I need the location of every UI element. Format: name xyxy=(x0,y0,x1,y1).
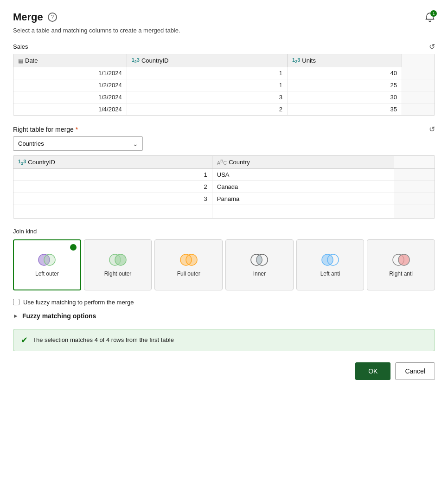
sales-section-label: Sales ↺ xyxy=(13,42,435,51)
table-row-empty xyxy=(13,205,435,218)
sales-countryid-4: 2 xyxy=(127,103,287,116)
sales-units-2: 25 xyxy=(287,79,402,91)
join-option-label: Inner xyxy=(253,270,266,278)
sales-date-4: 1/4/2024 xyxy=(13,103,127,116)
venn-inner xyxy=(249,253,269,267)
table-row: 3 Panama xyxy=(13,193,435,205)
fuzzy-options-toggle[interactable]: ► Fuzzy matching options xyxy=(13,312,435,320)
table-row: 1/2/2024 1 25 xyxy=(13,79,435,91)
countries-col-countryid[interactable]: 123 CountryID xyxy=(13,156,212,169)
page-header: Merge ? 1 xyxy=(13,11,435,23)
join-option-inner[interactable]: Inner xyxy=(225,239,294,290)
sales-col-extra xyxy=(402,54,435,67)
fuzzy-options-label: Fuzzy matching options xyxy=(22,312,96,320)
calendar-icon: ▦ xyxy=(18,58,23,64)
fuzzy-checkbox-label[interactable]: Use fuzzy matching to perform the merge xyxy=(23,299,134,306)
sales-countryid-1: 1 xyxy=(127,67,287,79)
sales-table-wrapper: ▦ Date 123 CountryID 123 Units xyxy=(13,54,435,116)
join-kind-label: Join kind xyxy=(13,228,435,235)
venn-full-outer xyxy=(179,253,199,267)
join-kind-grid: Left outer Right outer Full outer xyxy=(13,239,435,290)
sales-countryid-2: 1 xyxy=(127,79,287,91)
sales-countryid-3: 3 xyxy=(127,91,287,103)
countries-name-3: Panama xyxy=(212,193,394,205)
right-table-dropdown[interactable]: Countries xyxy=(13,136,143,151)
join-option-full-outer[interactable]: Full outer xyxy=(154,239,223,290)
table-row: 1/4/2024 2 35 xyxy=(13,103,435,116)
join-option-label: Full outer xyxy=(177,270,200,278)
status-message: The selection matches 4 of 4 rows from t… xyxy=(32,336,174,343)
required-star: * xyxy=(76,126,78,133)
sales-date-3: 1/3/2024 xyxy=(13,91,127,103)
join-option-label: Left outer xyxy=(35,270,59,278)
join-option-right-anti[interactable]: Right anti xyxy=(367,239,435,290)
notification-badge: 1 xyxy=(430,10,437,17)
sales-col-units[interactable]: 123 Units xyxy=(287,54,402,67)
sales-col-countryid[interactable]: 123 CountryID xyxy=(127,54,287,67)
countries-id-2: 2 xyxy=(13,181,212,193)
fuzzy-checkbox-row: Use fuzzy matching to perform the merge xyxy=(13,299,435,306)
right-table-label: Right table for merge xyxy=(13,126,74,133)
table-row: 1/1/2024 1 40 xyxy=(13,67,435,79)
join-option-label: Right anti xyxy=(389,270,413,278)
help-icon[interactable]: ? xyxy=(48,13,57,22)
sales-units-3: 30 xyxy=(287,91,402,103)
countries-col-country[interactable]: ABC Country xyxy=(212,156,394,169)
right-table-dropdown-wrapper: Countries ⌄ xyxy=(13,136,143,151)
cancel-button[interactable]: Cancel xyxy=(395,362,435,380)
sales-refresh-button[interactable]: ↺ xyxy=(429,42,435,51)
countries-id-3: 3 xyxy=(13,193,212,205)
page-title: Merge xyxy=(13,11,43,23)
venn-right-outer xyxy=(108,253,128,267)
join-option-label: Left anti xyxy=(320,270,340,278)
countries-table: 123 CountryID ABC Country 1 USA xyxy=(13,156,435,218)
right-table-section-header: Right table for merge * ↺ xyxy=(13,125,435,134)
sales-col-date[interactable]: ▦ Date xyxy=(13,54,127,67)
notification-icon[interactable]: 1 xyxy=(425,12,435,22)
check-circle-icon: ✔ xyxy=(21,335,28,345)
sales-units-1: 40 xyxy=(287,67,402,79)
join-option-left-outer[interactable]: Left outer xyxy=(13,239,81,290)
join-option-label: Right outer xyxy=(104,270,132,278)
countries-id-1: 1 xyxy=(13,169,212,181)
table-row: 1 USA xyxy=(13,169,435,181)
table-row: 2 Canada xyxy=(13,181,435,193)
selected-indicator xyxy=(70,244,77,251)
sales-date-2: 1/2/2024 xyxy=(13,79,127,91)
subtitle: Select a table and matching columns to c… xyxy=(13,27,435,34)
sales-table: ▦ Date 123 CountryID 123 Units xyxy=(13,54,435,115)
ok-button[interactable]: OK xyxy=(355,362,390,380)
status-bar: ✔ The selection matches 4 of 4 rows from… xyxy=(13,329,435,351)
countries-table-wrapper: 123 CountryID ABC Country 1 USA xyxy=(13,155,435,219)
fuzzy-checkbox[interactable] xyxy=(13,299,19,305)
sales-date-1: 1/1/2024 xyxy=(13,67,127,79)
join-option-right-outer[interactable]: Right outer xyxy=(84,239,152,290)
right-table-refresh-button[interactable]: ↺ xyxy=(429,125,435,134)
table-row: 1/3/2024 3 30 xyxy=(13,91,435,103)
venn-left-outer xyxy=(37,253,57,267)
countries-name-2: Canada xyxy=(212,181,394,193)
countries-name-1: USA xyxy=(212,169,394,181)
sales-units-4: 35 xyxy=(287,103,402,116)
venn-right-anti xyxy=(391,253,411,267)
join-option-left-anti[interactable]: Left anti xyxy=(296,239,365,290)
venn-left-anti xyxy=(320,253,340,267)
button-row: OK Cancel xyxy=(13,362,435,380)
countries-col-extra xyxy=(394,156,435,169)
chevron-right-icon: ► xyxy=(13,313,19,319)
